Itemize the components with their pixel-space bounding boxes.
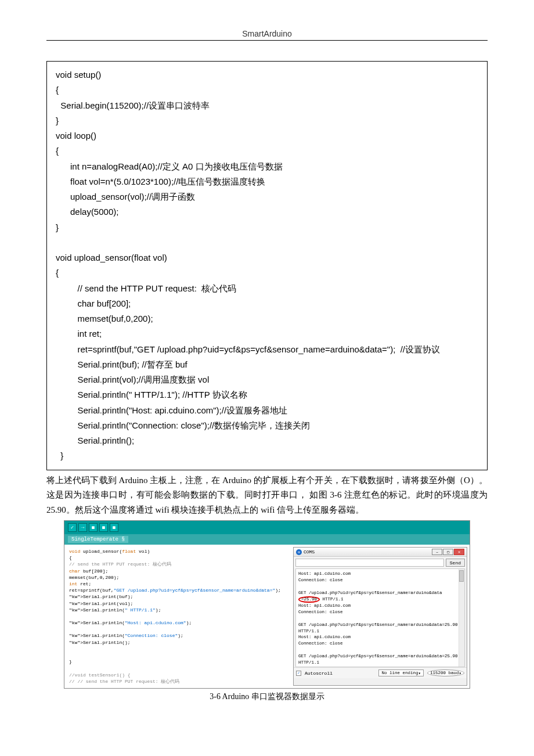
- arduino-ide-screenshot: ✓ → ◼ ◼ ◼ SingleTemperate § void upload_…: [64, 520, 470, 689]
- code-line: // send the HTTP PUT request: 核心代码: [69, 561, 286, 567]
- serial-output-line: Host: api.cduino.com: [298, 603, 462, 609]
- serial-output-line: Connection: close: [298, 609, 462, 615]
- main-code-block: void setup() { Serial.begin(115200);//设置…: [46, 61, 488, 470]
- header-rule: [46, 40, 488, 41]
- serial-output-line: [298, 647, 462, 653]
- serial-output-line: GET /upload.php?uid=ycf&ps=ycf&sensor_na…: [298, 622, 462, 635]
- serial-output-line: Connection: close: [298, 577, 462, 584]
- code-line: int ret;: [69, 581, 286, 587]
- serial-output-line: GET /upload.php?uid=ycf&ps=ycf&sensor_na…: [298, 653, 462, 666]
- serial-output-line: [298, 584, 462, 590]
- serial-output-line: Connection: close: [298, 640, 462, 647]
- serial-output-area[interactable]: Host: api.cduino.comConnection: close GE…: [295, 568, 465, 667]
- baud-rate-select[interactable]: 115200 baud ▾: [427, 669, 464, 676]
- figure-caption: 3-6 Arduino 串口监视器数据显示: [46, 692, 488, 702]
- code-line: void upload_sensor(float vol): [69, 548, 286, 555]
- new-icon[interactable]: ◼: [89, 523, 98, 532]
- code-line: {: [69, 555, 286, 561]
- scrollbar-track[interactable]: [459, 569, 464, 667]
- serial-output-line: Host: api.cduino.com: [298, 571, 462, 577]
- serial-output-line: [298, 615, 462, 622]
- save-icon[interactable]: ◼: [110, 523, 118, 532]
- ide-tabbar: SingleTemperate §: [64, 534, 470, 545]
- serial-input-field[interactable]: [295, 559, 444, 567]
- code-line: // // send the HTTP PUT request: 核心代码: [69, 678, 286, 685]
- code-line: "kw">Serial.println();: [69, 639, 286, 646]
- explanation-paragraph: 将上述代码下载到 Arduino 主板上，注意，在 Arduino 的扩展板上有…: [46, 473, 488, 518]
- send-button[interactable]: Send: [446, 559, 465, 567]
- serial-output-line: GET /upload.php?uid=ycf&ps=ycf&sensor_na…: [298, 590, 462, 603]
- code-line: memset(buf,0,200);: [69, 574, 286, 581]
- code-line: [69, 646, 286, 652]
- code-line: [69, 613, 286, 620]
- code-line: }: [69, 658, 286, 665]
- code-line: "kw">Serial.println(" HTTP/1.1");: [69, 607, 286, 613]
- serial-window-icon: ∞: [296, 549, 302, 555]
- code-line: "kw">Serial.println("Host: api.cduino.co…: [69, 620, 286, 626]
- page-header-title: SmartArduino: [46, 29, 488, 38]
- autoscroll-label: Autoscroll: [305, 671, 333, 676]
- ide-code-editor[interactable]: void upload_sensor(float vol){ // send t…: [64, 545, 291, 688]
- serial-output-line: Host: api.cduino.com: [298, 634, 462, 640]
- code-line: ret=sprintf(buf,"GET /upload.php?uid=ycf…: [69, 587, 286, 593]
- upload-icon[interactable]: →: [78, 523, 87, 532]
- serial-monitor-window: ∞ COM5 – ▢ ✕ Send Host: api.cduino.comCo…: [293, 547, 467, 686]
- highlighted-temperature: =25.90: [298, 596, 320, 603]
- serial-titlebar: ∞ COM5 – ▢ ✕: [294, 548, 467, 557]
- serial-output-line: Host: api.cduino.com: [298, 666, 462, 667]
- code-line: [69, 652, 286, 658]
- verify-icon[interactable]: ✓: [68, 523, 77, 532]
- code-line: "kw">Serial.print(buf);: [69, 593, 286, 600]
- code-line: "kw">Serial.println("Connection: close")…: [69, 632, 286, 639]
- code-line: char buf[200];: [69, 568, 286, 574]
- minimize-icon[interactable]: –: [432, 549, 442, 555]
- open-icon[interactable]: ◼: [99, 523, 108, 532]
- ide-tab[interactable]: SingleTemperate §: [68, 536, 128, 543]
- maximize-icon[interactable]: ▢: [443, 549, 453, 555]
- code-line: [69, 626, 286, 632]
- code-line: "kw">Serial.print(vol);: [69, 600, 286, 607]
- code-line: //void testSensor1() {: [69, 672, 286, 678]
- serial-bottom-bar: ✓ Autoscroll No line ending ▾ 115200 bau…: [294, 667, 467, 678]
- autoscroll-checkbox[interactable]: ✓: [296, 671, 301, 676]
- code-line: [69, 665, 286, 671]
- scrollbar-thumb[interactable]: [459, 570, 464, 582]
- close-icon[interactable]: ✕: [454, 549, 464, 555]
- line-ending-select[interactable]: No line ending ▾: [378, 669, 424, 676]
- ide-toolbar: ✓ → ◼ ◼ ◼: [64, 521, 470, 534]
- serial-input-row: Send: [294, 557, 467, 568]
- serial-window-title: COM5: [304, 549, 315, 555]
